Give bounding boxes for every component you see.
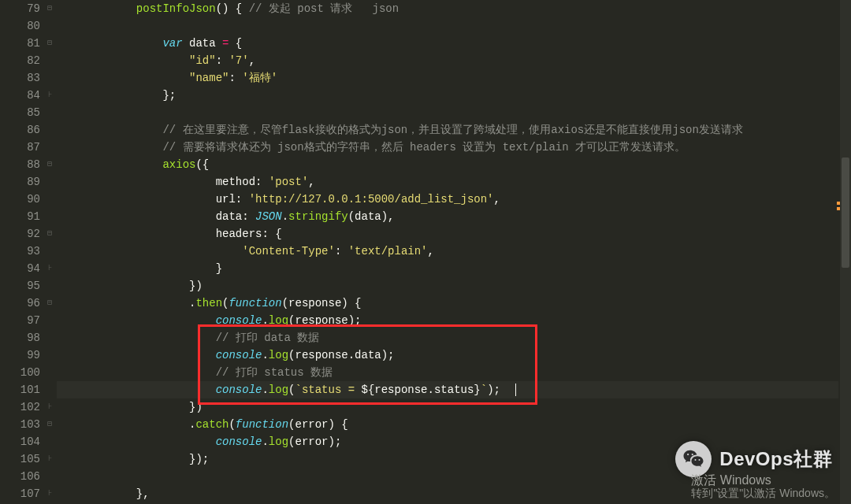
code-line[interactable]: }); <box>57 450 838 468</box>
fold-marker: ⊦ <box>43 87 56 104</box>
scrollbar-thumb[interactable] <box>842 158 849 268</box>
line-number: 80 <box>0 17 40 35</box>
code-line[interactable]: // 打印 status 数据 <box>57 364 838 381</box>
fold-marker <box>43 139 56 156</box>
line-number: 97 <box>0 312 40 329</box>
code-line[interactable]: console.log(`status = ${response.status}… <box>57 381 838 398</box>
code-line[interactable] <box>57 104 838 121</box>
fold-marker[interactable]: ⊟ <box>43 416 56 433</box>
line-number: 105 <box>0 450 40 468</box>
code-line[interactable] <box>57 17 838 35</box>
fold-marker[interactable]: ⊟ <box>43 35 56 52</box>
line-number: 91 <box>0 208 40 225</box>
fold-marker <box>43 191 56 208</box>
vertical-scrollbar[interactable] <box>840 0 851 504</box>
code-line[interactable]: data: JSON.stringify(data), <box>57 208 838 225</box>
line-number: 83 <box>0 69 40 87</box>
line-number: 88 <box>0 156 40 173</box>
code-area[interactable]: postInfoJson() { // 发起 post 请求 json var … <box>57 0 838 502</box>
code-line[interactable]: console.log(error); <box>57 433 838 450</box>
fold-column[interactable]: ⊟⊟⊦⊟⊟⊦⊟⊦⊟⊦⊦ <box>43 0 56 504</box>
line-number: 106 <box>0 468 40 485</box>
fold-marker: ⊦ <box>43 398 56 416</box>
line-number: 102 <box>0 398 40 416</box>
line-number: 99 <box>0 346 40 364</box>
fold-marker <box>43 346 56 364</box>
code-line[interactable]: "name": '福特' <box>57 69 838 87</box>
code-line[interactable]: axios({ <box>57 156 838 173</box>
text-caret <box>515 384 516 396</box>
fold-marker[interactable]: ⊟ <box>43 0 56 17</box>
code-line[interactable]: // 打印 data 数据 <box>57 329 838 346</box>
line-number: 101 <box>0 381 40 398</box>
code-line[interactable]: // 在这里要注意，尽管flask接收的格式为json，并且设置了跨域处理，使用… <box>57 121 838 139</box>
line-number: 96 <box>0 295 40 312</box>
code-line[interactable] <box>57 468 838 485</box>
fold-marker <box>43 69 56 87</box>
line-number: 104 <box>0 433 40 450</box>
line-number: 85 <box>0 104 40 121</box>
code-line[interactable]: console.log(response.data); <box>57 346 838 364</box>
code-line[interactable]: var data = { <box>57 35 838 52</box>
line-number: 94 <box>0 260 40 277</box>
fold-marker[interactable]: ⊟ <box>43 225 56 243</box>
line-number: 92 <box>0 225 40 243</box>
code-line[interactable]: console.log(response); <box>57 312 838 329</box>
line-number: 89 <box>0 173 40 191</box>
fold-marker: ⊦ <box>43 485 56 502</box>
code-line[interactable]: }, <box>57 485 838 502</box>
code-line[interactable]: url: 'http://127.0.0.1:5000/add_list_jso… <box>57 191 838 208</box>
code-line[interactable]: }) <box>57 398 838 416</box>
fold-marker <box>43 312 56 329</box>
code-line[interactable]: "id": '7', <box>57 52 838 69</box>
fold-marker <box>43 329 56 346</box>
line-number: 90 <box>0 191 40 208</box>
fold-marker: ⊦ <box>43 260 56 277</box>
fold-marker <box>43 277 56 295</box>
fold-marker <box>43 104 56 121</box>
line-number: 93 <box>0 243 40 260</box>
fold-marker <box>43 208 56 225</box>
fold-marker <box>43 121 56 139</box>
code-line[interactable]: }) <box>57 277 838 295</box>
line-number: 79 <box>0 0 40 17</box>
fold-marker <box>43 17 56 35</box>
line-number: 95 <box>0 277 40 295</box>
line-number: 100 <box>0 364 40 381</box>
code-line[interactable]: // 需要将请求体还为 json格式的字符串，然后 headers 设置为 te… <box>57 139 838 156</box>
code-line[interactable]: 'Content-Type': 'text/plain', <box>57 243 838 260</box>
fold-marker <box>43 243 56 260</box>
line-number: 84 <box>0 87 40 104</box>
code-line[interactable]: } <box>57 260 838 277</box>
code-line[interactable]: method: 'post', <box>57 173 838 191</box>
fold-marker <box>43 52 56 69</box>
fold-marker: ⊦ <box>43 450 56 468</box>
code-line[interactable]: headers: { <box>57 225 838 243</box>
fold-marker[interactable]: ⊟ <box>43 156 56 173</box>
line-number-gutter: 7980818283848586878889909192939495969798… <box>0 0 43 504</box>
fold-marker <box>43 364 56 381</box>
fold-marker <box>43 468 56 485</box>
line-number: 87 <box>0 139 40 156</box>
code-line[interactable]: postInfoJson() { // 发起 post 请求 json <box>57 0 838 17</box>
fold-marker[interactable]: ⊟ <box>43 295 56 312</box>
line-number: 82 <box>0 52 40 69</box>
line-number: 107 <box>0 485 40 502</box>
code-line[interactable]: .catch(function(error) { <box>57 416 838 433</box>
fold-marker <box>43 381 56 398</box>
fold-marker <box>43 433 56 450</box>
line-number: 103 <box>0 416 40 433</box>
code-line[interactable]: }; <box>57 87 838 104</box>
code-line[interactable]: .then(function(response) { <box>57 295 838 312</box>
line-number: 81 <box>0 35 40 52</box>
line-number: 86 <box>0 121 40 139</box>
fold-marker <box>43 173 56 191</box>
line-number: 98 <box>0 329 40 346</box>
